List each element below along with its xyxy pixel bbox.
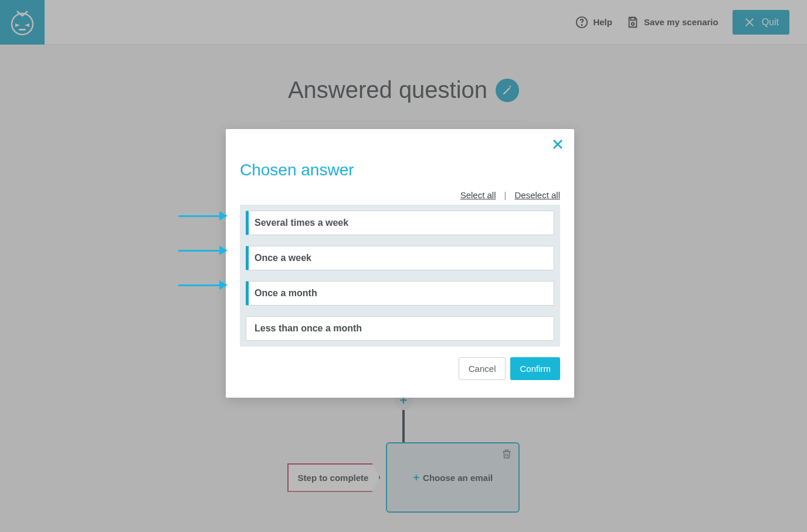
select-all-link[interactable]: Select all — [460, 190, 496, 200]
annotation-arrow — [178, 211, 228, 221]
cancel-button[interactable]: Cancel — [459, 357, 506, 380]
annotation-arrow — [178, 246, 228, 255]
option-item[interactable]: Once a week — [246, 246, 554, 270]
options-list: Several times a week Once a week Once a … — [240, 205, 560, 347]
modal-close-button[interactable] — [551, 137, 565, 154]
chosen-answer-modal: Chosen answer Select all | Deselect all … — [226, 129, 574, 398]
confirm-button[interactable]: Confirm — [510, 357, 560, 380]
option-item[interactable]: Several times a week — [246, 211, 554, 235]
separator: | — [504, 190, 507, 200]
deselect-all-link[interactable]: Deselect all — [514, 190, 560, 200]
close-icon — [551, 137, 565, 151]
modal-title: Chosen answer — [240, 161, 560, 179]
select-links: Select all | Deselect all — [240, 190, 560, 200]
modal-actions: Cancel Confirm — [240, 357, 560, 380]
option-item[interactable]: Less than once a month — [246, 316, 554, 341]
option-item[interactable]: Once a month — [246, 281, 554, 306]
annotation-arrow — [178, 280, 228, 290]
